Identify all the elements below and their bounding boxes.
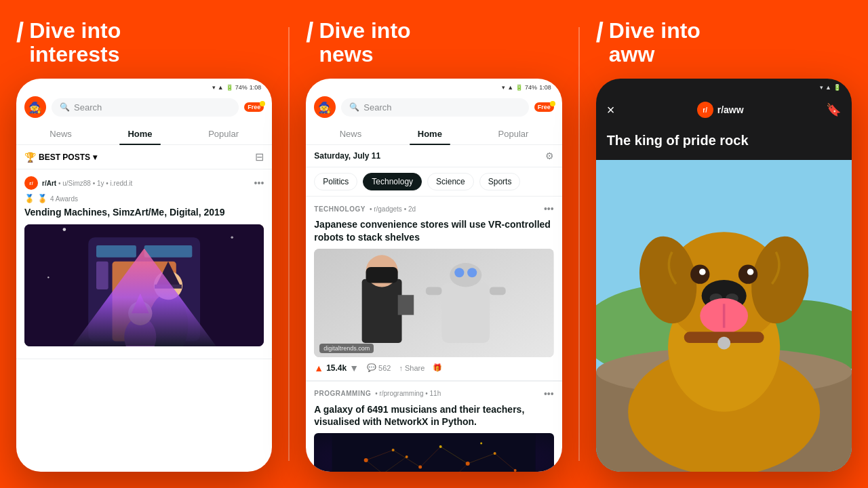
upvote-icon[interactable]: ▲ xyxy=(314,363,323,373)
svg-rect-3 xyxy=(96,245,136,258)
close-button[interactable]: × xyxy=(607,102,615,118)
search-text-2: Search xyxy=(363,102,391,113)
app-header-1: 🧙 🔍 Search Free xyxy=(16,94,272,123)
layout-icon[interactable]: ⊟ xyxy=(255,150,264,163)
svg-rect-19 xyxy=(362,279,402,342)
panel-heading-aww: / Dive into aww xyxy=(596,19,852,66)
svg-rect-10 xyxy=(155,284,182,288)
status-bar-3: ▾ ▲ 🔋 xyxy=(596,79,852,94)
post-card-tech: TECHNOLOGY • r/gadgets • 2d ••• Japanese… xyxy=(306,197,561,380)
chip-sports[interactable]: Sports xyxy=(479,173,521,190)
svg-rect-4 xyxy=(144,245,193,258)
bookmark-icon[interactable]: 🔖 xyxy=(826,102,841,117)
svg-rect-26 xyxy=(426,287,442,295)
search-icon-1: 🔍 xyxy=(60,102,70,112)
nav-tabs-1: News Home Popular xyxy=(16,123,272,145)
avatar-1[interactable]: 🧙 xyxy=(24,96,46,118)
svg-point-24 xyxy=(455,268,465,277)
tab-popular-1[interactable]: Popular xyxy=(200,123,247,144)
chip-technology[interactable]: Technology xyxy=(363,173,422,190)
svg-rect-22 xyxy=(442,283,490,342)
svg-rect-21 xyxy=(366,267,398,283)
search-bar-1[interactable]: 🔍 Search xyxy=(52,98,239,117)
post-image-galaxy[interactable] xyxy=(314,433,553,472)
wifi-icon-3: ▾ xyxy=(820,84,823,91)
share-icon: ↑ xyxy=(399,364,403,372)
svg-point-63 xyxy=(690,265,709,284)
chevron-down-icon: ▾ xyxy=(93,152,97,162)
share-btn[interactable]: ↑ Share xyxy=(399,364,425,372)
phone-news: ▾ ▲ 🔋 74% 1:08 🧙 🔍 Search Free News Home xyxy=(306,79,561,472)
svg-point-65 xyxy=(699,269,705,275)
awards-count: 4 Awards xyxy=(50,195,78,203)
panel-heading-interests: / Dive into interests xyxy=(16,19,272,66)
post-image-art[interactable] xyxy=(24,224,264,346)
post-meta-art: r/ r/Art • u/Simz88 • 1y • i.redd.it ••• xyxy=(24,176,264,190)
panel-aww: / Dive into aww ▾ ▲ 🔋 × r/ r/aww 🔖 The k… xyxy=(580,0,868,488)
post-title-art: Vending Machines, SimzArt/Me, Digital, 2… xyxy=(24,206,264,218)
slash-icon: / xyxy=(16,19,24,46)
signal-icon-3: ▲ xyxy=(825,84,831,91)
date-text: Saturday, July 11 xyxy=(314,151,380,161)
more-dots-prog[interactable]: ••• xyxy=(544,388,554,399)
comment-count: 562 xyxy=(378,364,391,372)
battery-icon-1: 🔋 xyxy=(226,84,233,91)
dark-header: × r/ r/aww 🔖 xyxy=(596,94,852,126)
subreddit-avatar-art: r/ xyxy=(24,176,38,190)
post-card-art: r/ r/Art • u/Simz88 • 1y • i.redd.it •••… xyxy=(16,169,272,359)
svg-rect-18 xyxy=(314,249,553,357)
news-feed: TECHNOLOGY • r/gadgets • 2d ••• Japanese… xyxy=(306,197,561,472)
wifi-icon-1: ▾ xyxy=(212,84,216,91)
status-bar-2: ▾ ▲ 🔋 74% 1:08 xyxy=(306,79,561,94)
panel-interests: / Dive into interests ▾ ▲ 🔋 74% 1:08 🧙 🔍… xyxy=(0,0,288,488)
post-image-tech[interactable]: digitaltrends.com xyxy=(314,249,553,357)
svg-point-66 xyxy=(747,269,753,275)
more-dots-tech[interactable]: ••• xyxy=(544,203,554,214)
app-header-2: 🧙 🔍 Search Free xyxy=(306,94,561,123)
award-icon-2: 🏅 xyxy=(37,194,47,203)
trophy-icon: 🏆 xyxy=(24,152,36,163)
search-bar-2[interactable]: 🔍 Search xyxy=(341,98,528,117)
subreddit-name-aww[interactable]: r/ r/aww xyxy=(697,102,744,118)
svg-point-15 xyxy=(231,236,233,239)
slash-icon-2: / xyxy=(306,19,313,46)
avatar-img-1: 🧙 xyxy=(24,96,46,118)
battery-pct-2: 74% xyxy=(525,84,537,91)
category-label-prog: PROGRAMMING xyxy=(314,390,371,397)
filter-icon[interactable]: ⚙ xyxy=(545,150,554,161)
more-dots-art[interactable]: ••• xyxy=(254,178,264,188)
svg-point-40 xyxy=(480,443,482,445)
tab-popular-2[interactable]: Popular xyxy=(490,123,537,144)
downvote-icon[interactable]: ▼ xyxy=(349,363,359,373)
tab-home-1[interactable]: Home xyxy=(119,123,160,144)
avatar-2[interactable]: 🧙 xyxy=(314,96,336,118)
status-bar-1: ▾ ▲ 🔋 74% 1:08 xyxy=(16,79,272,94)
free-badge-2[interactable]: Free xyxy=(534,102,554,112)
svg-rect-5 xyxy=(96,261,108,289)
comments-btn[interactable]: 💬 562 xyxy=(367,363,391,372)
svg-point-12 xyxy=(128,301,152,325)
best-posts-label[interactable]: 🏆 BEST POSTS ▾ xyxy=(24,152,97,163)
award-btn[interactable]: 🎁 xyxy=(433,363,442,372)
dog-image xyxy=(596,160,852,472)
battery-icon-2: 🔋 xyxy=(515,84,523,91)
status-icons-1: ▾ ▲ 🔋 74% 1:08 xyxy=(212,84,261,91)
category-chips: Politics Technology Science Sports xyxy=(306,167,561,197)
chip-politics[interactable]: Politics xyxy=(314,173,357,190)
svg-marker-13 xyxy=(132,293,149,312)
tab-news-2[interactable]: News xyxy=(332,123,370,144)
svg-rect-28 xyxy=(398,295,414,314)
tab-home-2[interactable]: Home xyxy=(410,123,450,144)
signal-icon-2: ▲ xyxy=(507,84,513,91)
tab-news-1[interactable]: News xyxy=(41,123,80,144)
svg-point-11 xyxy=(124,317,156,346)
post-meta-tech: TECHNOLOGY • r/gadgets • 2d ••• xyxy=(314,203,553,214)
post-title-prog: A galaxy of 6491 musicians and their tea… xyxy=(314,403,553,428)
free-badge-1[interactable]: Free xyxy=(244,102,264,112)
panel-heading-news: / Dive into news xyxy=(306,19,561,66)
phone-aww: ▾ ▲ 🔋 × r/ r/aww 🔖 The king of pride roc… xyxy=(596,79,852,472)
svg-point-16 xyxy=(47,277,49,278)
time-1: 1:08 xyxy=(250,84,262,91)
chip-science[interactable]: Science xyxy=(427,173,474,190)
slash-icon-3: / xyxy=(596,19,604,46)
